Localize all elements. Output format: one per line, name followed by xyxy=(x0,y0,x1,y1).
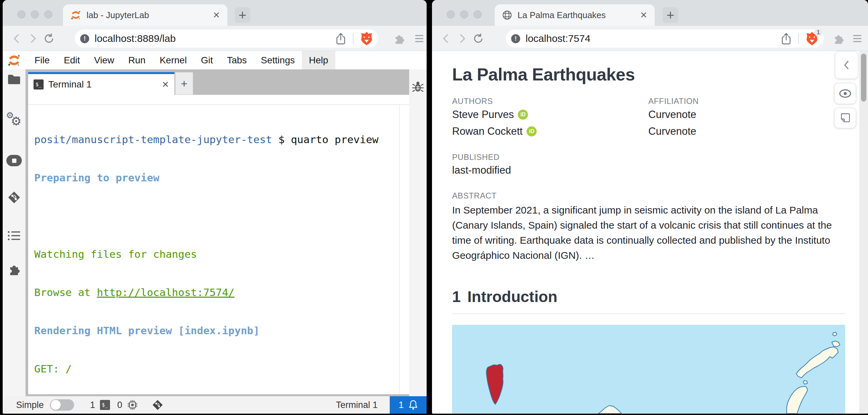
debugger-bug-icon[interactable] xyxy=(409,79,427,95)
reload-button[interactable] xyxy=(471,32,485,45)
running-sessions-icon[interactable] xyxy=(3,153,26,169)
terminal-line: GET: / xyxy=(34,362,409,375)
map-sea xyxy=(452,325,845,414)
terminal-line: Watching files for changes xyxy=(34,248,409,260)
git-status-icon[interactable] xyxy=(152,399,163,411)
map-islet-lobos xyxy=(803,380,807,384)
tab-title: lab - JupyterLab xyxy=(87,10,207,21)
notes-button[interactable] xyxy=(834,108,856,128)
url-text[interactable]: localhost:8889/lab xyxy=(95,33,335,44)
close-tab-icon[interactable]: ✕ xyxy=(640,10,647,21)
browser-menu-icon[interactable] xyxy=(850,32,864,45)
menu-kernel[interactable]: Kernel xyxy=(153,51,194,69)
close-tab-icon[interactable]: ✕ xyxy=(213,10,220,21)
jupyter-favicon xyxy=(70,10,81,21)
notification-count: 1 xyxy=(398,400,403,410)
zoom-window-button[interactable] xyxy=(473,10,482,19)
menu-git[interactable]: Git xyxy=(194,51,220,69)
terminal-count-icon[interactable]: $_ xyxy=(100,400,110,410)
simple-mode-label: Simple xyxy=(16,400,44,410)
page-scrollbar[interactable] xyxy=(859,51,868,414)
brave-shields-icon[interactable]: 1 xyxy=(806,31,818,46)
site-info-icon[interactable]: ! xyxy=(80,34,89,43)
author-row: Rowan Cockett iD xyxy=(452,125,537,137)
section-number: 1 xyxy=(452,288,461,306)
table-of-contents-icon[interactable] xyxy=(3,228,26,244)
minimize-window-button[interactable] xyxy=(460,10,468,19)
terminal-count: 1 xyxy=(90,400,95,410)
new-tab-button[interactable]: + xyxy=(663,7,678,23)
orcid-icon[interactable]: iD xyxy=(518,109,528,120)
address-bar[interactable]: ! localhost:8889/lab xyxy=(75,30,378,47)
collapse-panel-button[interactable] xyxy=(835,51,858,79)
browser-window-preview: La Palma Earthquakes ✕ + ! localhost:757… xyxy=(432,0,868,414)
gears-icon[interactable]: ⚙ ⚙ xyxy=(3,112,26,128)
traffic-lights xyxy=(18,10,52,19)
published-label: PUBLISHED xyxy=(452,153,499,162)
page-title: La Palma Earthquakes xyxy=(452,64,635,85)
terminal-line: posit/manuscript-template-jupyter-test $… xyxy=(34,133,409,146)
extensions-puzzle-icon[interactable] xyxy=(832,32,845,45)
back-button[interactable] xyxy=(439,32,453,45)
minimize-window-button[interactable] xyxy=(31,10,39,19)
orcid-icon[interactable]: iD xyxy=(527,126,537,136)
site-info-icon[interactable]: ! xyxy=(511,34,520,43)
close-terminal-tab-icon[interactable]: ✕ xyxy=(162,79,169,90)
bell-icon xyxy=(408,400,418,410)
reload-button[interactable] xyxy=(42,32,56,45)
brave-shields-icon[interactable] xyxy=(360,31,373,46)
tab-strip: La Palma Earthquakes ✕ + xyxy=(432,0,868,26)
share-icon[interactable] xyxy=(335,32,346,45)
scrollbar-thumb[interactable] xyxy=(861,54,866,102)
new-tab-button[interactable]: + xyxy=(235,7,250,23)
terminal-icon: $_ xyxy=(34,79,43,90)
status-context-label: Terminal 1 xyxy=(336,400,378,410)
browser-window-jupyterlab: lab - JupyterLab ✕ + ! localhost:8889/la… xyxy=(3,0,427,414)
abstract-label: ABSTRACT xyxy=(452,191,497,200)
terminal-tab[interactable]: $_ Terminal 1 ✕ xyxy=(28,72,175,95)
authors-label: AUTHORS xyxy=(452,97,493,106)
back-button[interactable] xyxy=(10,32,24,45)
visibility-eye-button[interactable] xyxy=(834,83,856,104)
section-divider xyxy=(452,313,845,314)
file-browser-icon[interactable] xyxy=(3,71,26,88)
section-title: Introduction xyxy=(468,288,557,306)
notification-badge[interactable]: 1 xyxy=(390,396,427,414)
address-bar[interactable]: ! localhost:7574 1 xyxy=(506,30,824,47)
preview-url-link[interactable]: http://localhost:7574/ xyxy=(97,286,235,298)
git-icon[interactable] xyxy=(3,189,26,205)
tab-strip: lab - JupyterLab ✕ + xyxy=(3,0,427,26)
browser-tab-jupyterlab[interactable]: lab - JupyterLab ✕ xyxy=(63,4,227,26)
dock-tab-bar: $_ Terminal 1 ✕ + xyxy=(28,72,409,95)
url-text[interactable]: localhost:7574 xyxy=(526,33,781,44)
share-icon[interactable] xyxy=(781,32,792,45)
close-window-button[interactable] xyxy=(18,10,26,19)
tab-title: La Palma Earthquakes xyxy=(518,10,634,21)
panel-toolbar xyxy=(28,95,409,105)
map-islet-alegranza xyxy=(833,332,837,336)
extensions-puzzle-icon[interactable] xyxy=(393,32,406,45)
browser-menu-icon[interactable] xyxy=(412,32,426,45)
author-name: Steve Purves xyxy=(452,108,514,121)
simple-mode-toggle[interactable] xyxy=(50,399,74,411)
menu-help[interactable]: Help xyxy=(302,51,335,69)
menu-tabs[interactable]: Tabs xyxy=(220,51,254,69)
divider xyxy=(353,33,353,44)
forward-button[interactable] xyxy=(456,32,469,45)
new-launcher-button[interactable]: + xyxy=(175,72,193,95)
menu-edit[interactable]: Edit xyxy=(57,51,87,69)
activity-bar-right xyxy=(409,69,427,396)
zoom-window-button[interactable] xyxy=(44,10,52,19)
terminal-output[interactable]: posit/manuscript-template-jupyter-test $… xyxy=(28,105,409,394)
kernel-chip-icon[interactable] xyxy=(127,400,138,410)
browser-tab-preview[interactable]: La Palma Earthquakes ✕ xyxy=(495,4,655,26)
author-affiliation: Curvenote xyxy=(648,125,696,137)
menu-run[interactable]: Run xyxy=(121,51,153,69)
close-window-button[interactable] xyxy=(447,10,455,19)
extension-manager-icon[interactable] xyxy=(3,261,26,278)
author-name: Rowan Cockett xyxy=(452,125,523,137)
menu-view[interactable]: View xyxy=(87,51,121,69)
menu-file[interactable]: File xyxy=(28,51,57,69)
menu-settings[interactable]: Settings xyxy=(254,51,302,69)
forward-button[interactable] xyxy=(26,32,39,45)
